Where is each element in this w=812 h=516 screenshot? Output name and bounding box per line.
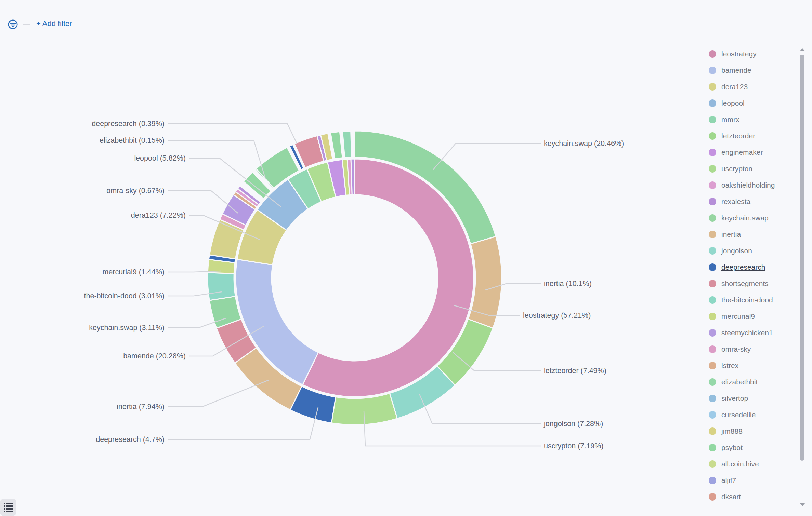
legend-item-label: keychain.swap <box>721 214 769 222</box>
slice-label: deepresearch (0.39%) <box>92 120 165 128</box>
legend-item-jim888[interactable]: jim888 <box>709 427 775 435</box>
legend-color-dot <box>709 247 716 255</box>
scrollbar-up-arrow-icon[interactable] <box>800 48 805 51</box>
legend-item-jongolson[interactable]: jongolson <box>709 247 775 255</box>
scrollbar-down-arrow-icon[interactable] <box>800 503 805 506</box>
pie-slice-psybot[interactable] <box>331 132 343 159</box>
legend-item-label: jim888 <box>721 427 743 435</box>
slice-label: letzteorder (7.49%) <box>544 367 606 375</box>
legend-item-label: cursedellie <box>721 411 756 419</box>
legend-item-label: deepresearch <box>721 263 765 271</box>
slice-label: inertia (7.94%) <box>117 403 165 411</box>
legend-color-dot <box>709 231 716 238</box>
legend-color-dot <box>709 378 716 386</box>
legend-item-leopool[interactable]: leopool <box>709 99 775 107</box>
legend-color-dot <box>709 132 716 140</box>
legend-color-dot <box>709 493 716 501</box>
legend-color-dot <box>709 67 716 74</box>
legend-color-dot <box>709 296 716 304</box>
legend-item-label: aljif7 <box>721 476 736 485</box>
legend-color-dot <box>709 280 716 287</box>
legend-item-the-bitcoin-dood[interactable]: the-bitcoin-dood <box>709 296 775 304</box>
legend-item-oakshieldholding[interactable]: oakshieldholding <box>709 181 775 189</box>
legend-item-leostrategy[interactable]: leostrategy <box>709 50 775 58</box>
legend-color-dot <box>709 313 716 320</box>
legend-color-dot <box>709 99 716 107</box>
legend-item-all.coin.hive[interactable]: all.coin.hive <box>709 460 775 468</box>
slice-label: leopool (5.82%) <box>134 154 186 162</box>
slice-label: bamende (20.28%) <box>123 352 186 360</box>
legend-color-dot <box>709 411 716 419</box>
slice-label: keychain.swap (20.46%) <box>544 139 624 148</box>
legend-color-dot <box>709 329 716 337</box>
legend-item-shortsegments[interactable]: shortsegments <box>709 280 775 287</box>
chart-legend: leostrategybamendedera123leopoolmmrxletz… <box>709 50 775 501</box>
legend-color-dot <box>709 83 716 91</box>
legend-item-omra-sky[interactable]: omra-sky <box>709 345 775 353</box>
legend-color-dot <box>709 444 716 451</box>
slice-label: mercurial9 (1.44%) <box>102 268 165 276</box>
legend-item-label: psybot <box>721 444 743 452</box>
legend-item-label: silvertop <box>721 394 748 403</box>
legend-item-dera123[interactable]: dera123 <box>709 83 775 91</box>
legend-color-dot <box>709 198 716 205</box>
legend-item-label: shortsegments <box>721 280 769 288</box>
legend-item-label: all.coin.hive <box>721 460 759 468</box>
scrollbar-thumb[interactable] <box>800 55 804 461</box>
legend-color-dot <box>709 477 716 484</box>
legend-item-letzteorder[interactable]: letzteorder <box>709 132 775 140</box>
legend-item-dksart[interactable]: dksart <box>709 493 775 501</box>
legend-color-dot <box>709 263 716 271</box>
legend-item-mercurial9[interactable]: mercurial9 <box>709 313 775 320</box>
legend-item-mmrx[interactable]: mmrx <box>709 116 775 123</box>
legend-item-label: leostrategy <box>721 50 757 58</box>
legend-item-psybot[interactable]: psybot <box>709 444 775 451</box>
legend-item-label: leopool <box>721 99 745 107</box>
legend-item-label: bamende <box>721 66 751 74</box>
legend-item-label: inertia <box>721 230 741 239</box>
legend-color-dot <box>709 395 716 402</box>
legend-item-enginemaker[interactable]: enginemaker <box>709 149 775 156</box>
legend-item-inertia[interactable]: inertia <box>709 231 775 238</box>
pie-slice-the-bitcoin-dood[interactable] <box>208 273 235 300</box>
legend-item-label: dksart <box>721 493 741 501</box>
legend-color-dot <box>709 181 716 189</box>
slice-label: deepresearch (4.7%) <box>96 435 165 444</box>
legend-item-label: rexalesta <box>721 198 750 206</box>
legend-color-dot <box>709 345 716 353</box>
slice-label: leostrategy (57.21%) <box>523 311 591 320</box>
legend-item-aljif7[interactable]: aljif7 <box>709 477 775 484</box>
legend-item-deepresearch[interactable]: deepresearch <box>709 263 775 271</box>
legend-item-rexalesta[interactable]: rexalesta <box>709 198 775 205</box>
legend-item-label: the-bitcoin-dood <box>721 296 773 304</box>
legend-color-dot <box>709 214 716 222</box>
slice-label: uscrypton (7.19%) <box>544 442 603 450</box>
page: { "page": {"background": "#f7f8fb"}, "fi… <box>0 0 812 516</box>
legend-color-dot <box>709 116 716 123</box>
legend-color-dot <box>709 50 716 58</box>
legend-color-dot <box>709 362 716 369</box>
legend-toggle-button[interactable] <box>0 499 16 516</box>
slice-label: the-bitcoin-dood (3.01%) <box>84 292 165 300</box>
legend-item-elizabethbit[interactable]: elizabethbit <box>709 378 775 386</box>
legend-item-bamende[interactable]: bamende <box>709 67 775 74</box>
pie-slice-rexalesta[interactable] <box>351 159 355 195</box>
legend-item-cursedellie[interactable]: cursedellie <box>709 411 775 419</box>
legend-item-label: mmrx <box>721 116 739 124</box>
legend-item-label: steemychicken1 <box>721 329 773 337</box>
slice-label: dera123 (7.22%) <box>131 211 186 219</box>
pie-slice-mmrx[interactable] <box>342 131 351 158</box>
legend-item-steemychicken1[interactable]: steemychicken1 <box>709 329 775 337</box>
legend-item-lstrex[interactable]: lstrex <box>709 362 775 369</box>
legend-item-keychain.swap[interactable]: keychain.swap <box>709 214 775 222</box>
legend-item-uscrypton[interactable]: uscrypton <box>709 165 775 173</box>
legend-item-silvertop[interactable]: silvertop <box>709 395 775 402</box>
legend-color-dot <box>709 427 716 435</box>
legend-item-label: dera123 <box>721 83 748 91</box>
legend-color-dot <box>709 460 716 468</box>
legend-item-label: elizabethbit <box>721 378 758 386</box>
legend-item-label: omra-sky <box>721 345 751 353</box>
slice-label: elizabethbit (0.15%) <box>100 136 165 145</box>
legend-color-dot <box>709 165 716 173</box>
legend-item-label: enginemaker <box>721 148 763 157</box>
